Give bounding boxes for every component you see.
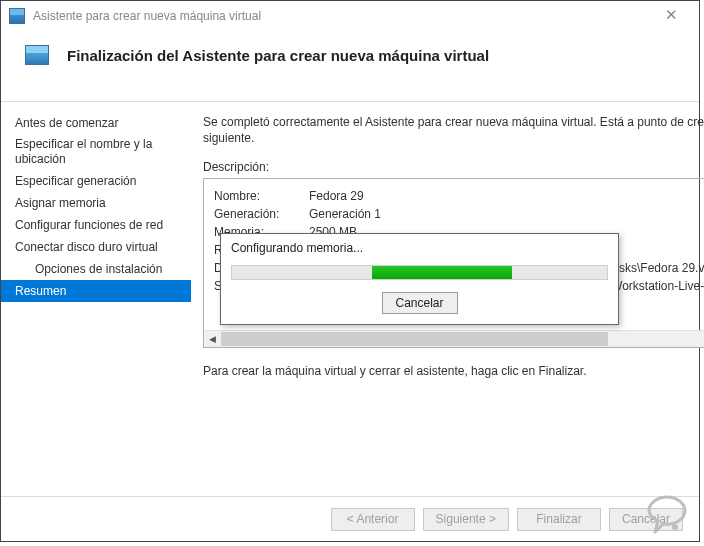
sidebar-item-networking[interactable]: Configurar funciones de red	[1, 214, 191, 236]
sidebar-item-name-location[interactable]: Especificar el nombre y la ubicación	[1, 134, 191, 170]
progress-dialog: Configurando memoria... Cancelar	[220, 233, 619, 325]
description-label: Descripción:	[203, 160, 704, 174]
scroll-track[interactable]	[221, 331, 704, 347]
next-button[interactable]: Siguiente >	[423, 508, 509, 531]
row-name-value: Fedora 29	[309, 187, 704, 205]
progress-bar	[231, 265, 608, 280]
horizontal-scrollbar[interactable]: ◀ ▶	[204, 330, 704, 347]
previous-button[interactable]: < Anterior	[331, 508, 415, 531]
row-gen-key: Generación:	[214, 205, 309, 223]
sidebar-item-install-options[interactable]: Opciones de instalación	[1, 258, 191, 280]
window-title: Asistente para crear nueva máquina virtu…	[33, 9, 261, 23]
progress-fill	[372, 266, 512, 279]
app-icon	[9, 8, 25, 24]
intro-text: Se completó correctamente el Asistente p…	[203, 114, 704, 146]
header: Finalización del Asistente para crear nu…	[1, 31, 699, 83]
sidebar-item-generation[interactable]: Especificar generación	[1, 170, 191, 192]
finish-button[interactable]: Finalizar	[517, 508, 601, 531]
close-icon[interactable]: ✕	[651, 2, 691, 30]
scroll-thumb[interactable]	[221, 332, 608, 346]
row-gen-value: Generación 1	[309, 205, 704, 223]
sidebar-item-summary[interactable]: Resumen	[1, 280, 191, 302]
scroll-left-icon[interactable]: ◀	[204, 331, 221, 347]
sidebar-item-before-begin[interactable]: Antes de comenzar	[1, 112, 191, 134]
wizard-icon	[25, 45, 49, 65]
outro-text: Para crear la máquina virtual y cerrar e…	[203, 364, 704, 378]
footer: < Anterior Siguiente > Finalizar Cancela…	[1, 496, 699, 541]
wizard-window: Asistente para crear nueva máquina virtu…	[0, 0, 700, 542]
page-title: Finalización del Asistente para crear nu…	[67, 47, 489, 64]
cancel-button[interactable]: Cancelar	[609, 508, 683, 531]
row-name-key: Nombre:	[214, 187, 309, 205]
progress-title: Configurando memoria...	[221, 234, 618, 259]
sidebar: Antes de comenzar Especificar el nombre …	[1, 102, 191, 495]
sidebar-item-memory[interactable]: Asignar memoria	[1, 192, 191, 214]
progress-cancel-button[interactable]: Cancelar	[382, 292, 458, 314]
sidebar-item-virtual-disk[interactable]: Conectar disco duro virtual	[1, 236, 191, 258]
titlebar: Asistente para crear nueva máquina virtu…	[1, 1, 699, 31]
